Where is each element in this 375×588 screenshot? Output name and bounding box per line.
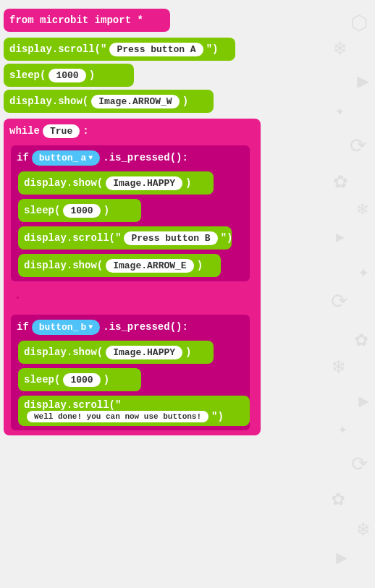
if1-block: if button_ a ▼ .is_pressed() : display.s… (11, 145, 250, 281)
scroll3-value[interactable]: Well done! you can now use buttons! (27, 411, 208, 422)
show3-suffix: ) (197, 260, 203, 271)
show4-block: display.show( Image.HAPPY ) (18, 341, 214, 364)
sleep1-value[interactable]: 1000 (49, 69, 85, 82)
while-colon: : (83, 125, 88, 137)
if2-block: if button_ b ▼ .is_pressed() : display.s… (11, 315, 250, 430)
sleep2-suffix: ) (104, 205, 109, 216)
sleep1-block: sleep( 1000 ) (4, 64, 134, 87)
sleep3-prefix: sleep( (24, 374, 60, 385)
if1-header: if button_ a ▼ .is_pressed() : (11, 145, 250, 170)
sleep3-suffix: ) (104, 374, 109, 385)
show1-suffix: ) (182, 95, 188, 107)
import-label: from microbit import * (9, 14, 143, 26)
code-container: from microbit import * display.scroll(" … (0, 0, 375, 444)
button1-method: .is_pressed() (103, 152, 182, 163)
button2-prefix: button_ (39, 322, 79, 333)
sleep1-prefix: sleep( (9, 69, 46, 81)
if1-label: if (17, 152, 29, 163)
scroll3-prefix: display.scroll(" (24, 399, 121, 411)
if1-colon: : (182, 152, 188, 163)
show2-block: display.show( Image.HAPPY ) (18, 171, 214, 195)
sleep3-value[interactable]: 1000 (63, 373, 100, 387)
button1-prefix: button_ (39, 153, 79, 163)
dot-separator: · (11, 291, 261, 305)
button1-dropdown[interactable]: button_ a ▼ (32, 150, 100, 166)
show2-prefix: display.show( (24, 177, 103, 189)
show4-value[interactable]: Image.HAPPY (106, 346, 182, 359)
scroll2-prefix: display.scroll(" (24, 232, 121, 244)
dropdown1-arrow: ▼ (88, 154, 93, 162)
scroll2-suffix: ") (221, 232, 233, 244)
show4-prefix: display.show( (24, 346, 103, 358)
show2-value[interactable]: Image.HAPPY (106, 176, 182, 190)
while-body: if button_ a ▼ .is_pressed() : display.s… (4, 143, 261, 433)
while-value[interactable]: True (43, 124, 80, 138)
scroll2-value[interactable]: Press button B (124, 231, 217, 245)
button2-method: .is_pressed() (103, 321, 182, 333)
while-header: while True : (4, 119, 261, 143)
scroll1-block: display.scroll(" Press button A ") (4, 38, 235, 61)
button2-dropdown[interactable]: button_ b ▼ (32, 320, 100, 335)
if2-body: display.show( Image.HAPPY ) sleep( 1000 … (11, 339, 250, 427)
scroll1-suffix: ") (206, 43, 219, 55)
sleep2-value[interactable]: 1000 (63, 204, 100, 218)
button2-value: b (80, 322, 86, 333)
show1-block: display.show( Image.ARROW_W ) (4, 90, 214, 113)
show3-block: display.show( Image.ARROW_E ) (18, 254, 221, 277)
dropdown2-arrow: ▼ (88, 323, 93, 331)
sleep2-block: sleep( 1000 ) (18, 199, 141, 222)
scroll2-block: display.scroll(" Press button B ") (18, 226, 232, 250)
if1-body: display.show( Image.HAPPY ) sleep( 1000 … (11, 170, 250, 278)
button1-value: a (80, 153, 86, 163)
scroll1-prefix: display.scroll(" (9, 43, 106, 55)
show3-prefix: display.show( (24, 260, 103, 271)
show1-value[interactable]: Image.ARROW_W (91, 95, 179, 108)
show2-suffix: ) (185, 177, 191, 189)
if2-label: if (17, 321, 29, 333)
show3-value[interactable]: Image.ARROW_E (106, 259, 193, 273)
show1-prefix: display.show( (9, 95, 88, 107)
if2-colon: : (182, 321, 188, 333)
scroll3-suffix: ") (211, 411, 224, 422)
while-label: while (9, 125, 40, 137)
scroll1-value[interactable]: Press button A (109, 43, 203, 56)
sleep2-prefix: sleep( (24, 205, 60, 216)
import-block: from microbit import * (4, 9, 170, 32)
show4-suffix: ) (185, 346, 191, 358)
sleep3-block: sleep( 1000 ) (18, 368, 141, 391)
while-block: while True : if button_ a ▼ .is_pressed(… (4, 119, 261, 435)
scroll3-block: display.scroll(" Well done! you can now … (18, 396, 250, 426)
if2-header: if button_ b ▼ .is_pressed() : (11, 315, 250, 339)
sleep1-suffix: ) (89, 69, 95, 81)
